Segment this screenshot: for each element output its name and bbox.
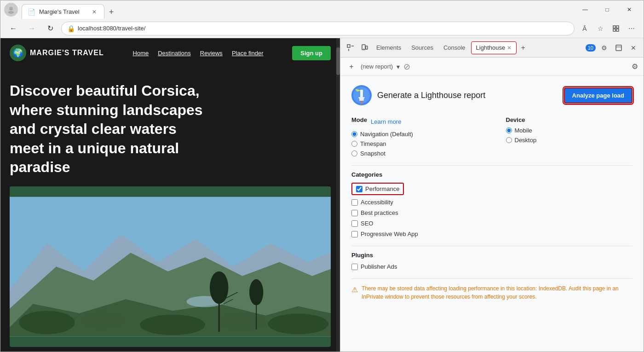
lighthouse-header: Generate a Lighthouse report Analyze pag… [351, 85, 632, 105]
svg-rect-28 [616, 45, 621, 51]
profile-circle[interactable] [4, 3, 18, 17]
translate-icon[interactable]: Ā [578, 22, 591, 35]
favorites-icon[interactable]: ☆ [594, 22, 607, 35]
new-tab-button[interactable]: + [104, 5, 118, 19]
tab-sources[interactable]: Sources [407, 41, 438, 54]
mode-column: Mode Learn more Navigation (Default) [351, 116, 478, 157]
mode-navigation[interactable]: Navigation (Default) [351, 131, 478, 138]
svg-point-12 [140, 315, 205, 335]
browser-tab-active[interactable]: 📄 Margie's Travel ✕ [22, 4, 104, 19]
add-devtools-tab-button[interactable]: + [518, 42, 529, 53]
tab-icon: 📄 [28, 8, 35, 16]
categories-section: Categories Performance Accessibility [351, 171, 632, 237]
nav-reviews[interactable]: Reviews [200, 50, 223, 57]
hero-image [10, 186, 331, 347]
tab-close-button[interactable]: ✕ [90, 8, 98, 16]
plugins-label: Plugins [351, 252, 632, 259]
device-radio-group: Mobile Desktop [506, 127, 633, 144]
learn-more-link[interactable]: Learn more [371, 118, 401, 125]
category-accessibility-label: Accessibility [361, 199, 393, 206]
plugins-divider [351, 278, 632, 279]
new-report-label[interactable]: (new report) [361, 63, 393, 70]
issues-badge[interactable]: 10 [586, 44, 596, 52]
mode-snapshot-radio[interactable] [351, 150, 357, 156]
analyze-page-load-button[interactable]: Analyze page load [564, 87, 632, 104]
site-nav-links: Home Destinations Reviews Place finder [133, 50, 264, 57]
svg-rect-26 [366, 46, 368, 49]
inspect-element-icon[interactable] [344, 41, 357, 54]
mode-timespan-radio[interactable] [351, 141, 357, 147]
category-accessibility[interactable]: Accessibility [351, 199, 632, 206]
dock-icon[interactable] [612, 41, 625, 54]
svg-point-17 [210, 271, 228, 304]
tab-elements[interactable]: Elements [372, 41, 406, 54]
browser-viewport: 🌍 MARGIE'S TRAVEL Home Destinations Revi… [0, 38, 340, 352]
forward-button[interactable]: → [24, 21, 39, 36]
collections-icon[interactable] [610, 22, 622, 35]
category-seo-checkbox[interactable] [351, 220, 358, 227]
categories-label: Categories [351, 171, 632, 178]
settings-icon[interactable]: ⚙ [598, 41, 610, 54]
category-seo-label: SEO [361, 220, 373, 227]
signup-button[interactable]: Sign up [292, 46, 331, 60]
refresh-button[interactable]: ↻ [43, 21, 58, 36]
category-seo[interactable]: SEO [351, 220, 632, 227]
plugin-publisher-ads[interactable]: Publisher Ads [351, 263, 632, 270]
lighthouse-tab-label: Lighthouse [476, 44, 506, 51]
hero-heading: Discover beautiful Corsica, where stunni… [10, 81, 212, 177]
scrollbar[interactable] [336, 38, 340, 352]
minimize-button[interactable]: — [575, 2, 596, 17]
lighthouse-content: Generate a Lighthouse report Analyze pag… [340, 76, 644, 352]
svg-rect-5 [616, 29, 619, 31]
address-input[interactable]: 🔒 localhost:8080/travel-site/ [61, 22, 575, 35]
svg-rect-4 [613, 29, 615, 31]
lighthouse-tab-close[interactable]: ✕ [507, 45, 512, 51]
svg-point-36 [361, 101, 362, 103]
cancel-report-icon[interactable]: ⊘ [403, 62, 410, 72]
device-toolbar-icon[interactable] [358, 41, 371, 54]
nav-place-finder[interactable]: Place finder [232, 50, 264, 57]
svg-rect-2 [613, 26, 615, 28]
report-dropdown-icon[interactable]: ▾ [397, 63, 400, 70]
tab-console[interactable]: Console [439, 41, 470, 54]
device-desktop-label: Desktop [515, 137, 537, 144]
more-tools-icon[interactable]: ⋯ [625, 22, 638, 35]
category-pwa[interactable]: Progressive Web App [351, 231, 632, 237]
lighthouse-logo-icon [351, 85, 372, 105]
nav-home[interactable]: Home [133, 50, 149, 57]
mode-device-divider [351, 165, 632, 166]
device-desktop[interactable]: Desktop [506, 137, 633, 144]
close-devtools-icon[interactable]: ✕ [627, 41, 640, 54]
tab-lighthouse[interactable]: Lighthouse ✕ [471, 41, 517, 54]
device-label: Device [506, 116, 633, 123]
mode-snapshot[interactable]: Snapshot [351, 150, 478, 157]
category-best-practices[interactable]: Best practices [351, 209, 632, 216]
back-button[interactable]: ← [6, 21, 21, 36]
categories-checkbox-group: Performance Accessibility Best practices [351, 183, 632, 237]
category-accessibility-checkbox[interactable] [351, 199, 358, 206]
device-column: Device Mobile Desktop [506, 116, 633, 157]
device-mobile[interactable]: Mobile [506, 127, 633, 134]
lighthouse-settings-icon[interactable]: ⚙ [632, 62, 638, 71]
site-logo: 🌍 MARGIE'S TRAVEL [10, 45, 104, 61]
mode-timespan[interactable]: Timespan [351, 140, 478, 147]
categories-divider [351, 246, 632, 246]
category-best-practices-checkbox[interactable] [351, 210, 358, 216]
performance-wrapper: Performance [351, 183, 404, 195]
category-pwa-checkbox[interactable] [351, 231, 358, 237]
close-button[interactable]: ✕ [619, 2, 640, 17]
svg-point-1 [8, 11, 14, 14]
category-performance[interactable]: Performance [356, 185, 399, 192]
nav-destinations[interactable]: Destinations [158, 50, 191, 57]
svg-rect-22 [347, 45, 350, 47]
category-performance-checkbox[interactable] [356, 186, 362, 192]
scrollbar-thumb[interactable] [336, 47, 340, 75]
svg-point-14 [268, 314, 328, 335]
plugin-publisher-ads-checkbox[interactable] [351, 264, 358, 270]
mode-navigation-radio[interactable] [351, 131, 357, 137]
new-report-plus-icon[interactable]: + [346, 61, 357, 72]
device-desktop-radio[interactable] [506, 137, 512, 143]
svg-point-10 [19, 311, 75, 335]
maximize-button[interactable]: □ [597, 2, 618, 17]
device-mobile-radio[interactable] [506, 127, 512, 133]
